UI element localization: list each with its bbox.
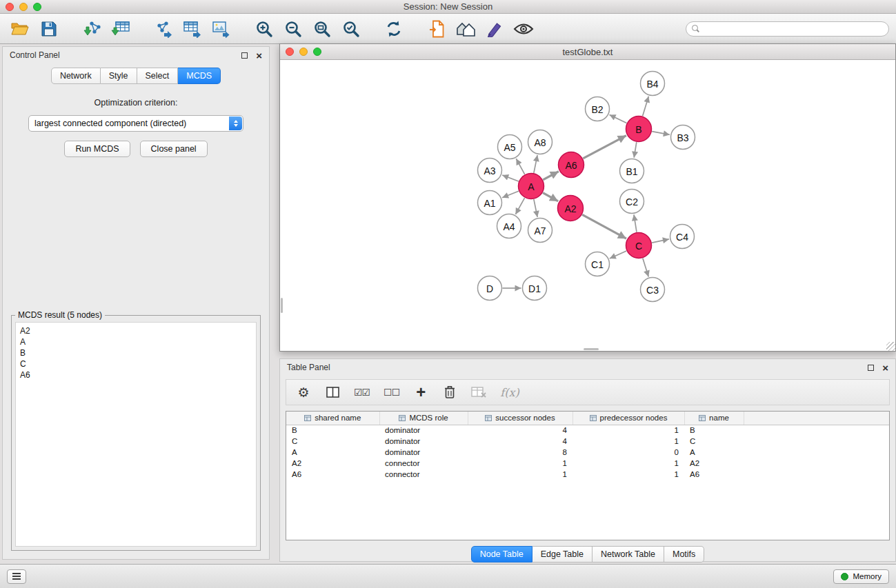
- network-window-titlebar[interactable]: testGlobe.txt: [280, 44, 895, 60]
- zoom-out-button[interactable]: [280, 17, 306, 41]
- float-panel-icon[interactable]: [241, 52, 248, 59]
- node-D1[interactable]: D1: [523, 276, 547, 301]
- node-C2[interactable]: C2: [620, 190, 644, 214]
- node-B1[interactable]: B1: [620, 159, 644, 183]
- select-all-columns-icon[interactable]: ☑☑: [354, 383, 370, 401]
- edge-B-B2[interactable]: [610, 114, 627, 123]
- home-view-button[interactable]: [452, 17, 479, 41]
- zoom-window-button[interactable]: [33, 3, 41, 11]
- column-header-predecessor-nodes[interactable]: predecessor nodes: [573, 412, 684, 425]
- close-panel-icon[interactable]: ×: [256, 50, 262, 61]
- import-table-button[interactable]: [108, 17, 134, 41]
- edge-A2-C[interactable]: [582, 214, 626, 239]
- edge-C-C1[interactable]: [610, 251, 626, 258]
- optimization-criterion-dropdown[interactable]: largest connected component (directed): [28, 115, 243, 132]
- close-panel-button[interactable]: Close panel: [140, 141, 208, 157]
- mcds-result-list[interactable]: A2 A B C A6: [15, 322, 257, 547]
- result-item[interactable]: B: [20, 347, 252, 358]
- network-canvas[interactable]: B4B2BB3A5A8A6A3B1AC2A1A2A4A7C4CC1C3DD1: [280, 60, 895, 351]
- save-session-button[interactable]: [36, 17, 62, 41]
- node-C4[interactable]: C4: [670, 225, 695, 249]
- close-window-button[interactable]: [6, 3, 14, 11]
- edge-C-C4[interactable]: [652, 239, 669, 243]
- node-C3[interactable]: C3: [641, 278, 665, 302]
- edge-A-A6[interactable]: [543, 172, 559, 180]
- network-vertical-scrollbar[interactable]: [281, 298, 283, 313]
- node-B[interactable]: B: [626, 116, 652, 142]
- node-B4[interactable]: B4: [641, 72, 665, 96]
- vizmapper-button[interactable]: [481, 17, 508, 41]
- edge-B-B3[interactable]: [652, 132, 670, 135]
- table-settings-gear-icon[interactable]: ⚙: [296, 383, 311, 401]
- zoom-network-window-button[interactable]: [313, 48, 321, 56]
- edge-A-A7[interactable]: [534, 199, 537, 217]
- search-field[interactable]: [686, 21, 889, 37]
- column-header-shared-name[interactable]: shared name: [286, 412, 379, 425]
- node-A7[interactable]: A7: [528, 219, 552, 243]
- window-resize-grip[interactable]: [886, 342, 895, 351]
- node-A5[interactable]: A5: [498, 135, 522, 159]
- close-network-window-button[interactable]: [286, 48, 294, 56]
- result-item[interactable]: A2: [20, 325, 252, 336]
- function-builder-icon[interactable]: f(x): [500, 383, 519, 401]
- column-header-mcds-role[interactable]: MCDS role: [379, 412, 468, 425]
- edge-A-A2[interactable]: [543, 193, 558, 201]
- edge-A-A5[interactable]: [516, 159, 524, 174]
- table-row[interactable]: Cdominator41C: [286, 436, 889, 447]
- node-C[interactable]: C: [626, 233, 652, 258]
- show-columns-icon[interactable]: [325, 383, 340, 401]
- edge-A-A4[interactable]: [515, 198, 524, 214]
- zoom-fit-button[interactable]: [309, 17, 335, 41]
- table-row[interactable]: A6connector11A6: [286, 469, 889, 480]
- float-table-panel-icon[interactable]: [868, 365, 874, 371]
- node-B3[interactable]: B3: [671, 125, 695, 150]
- minimize-network-window-button[interactable]: [299, 48, 308, 56]
- edge-A-A8[interactable]: [534, 155, 537, 173]
- export-network-button[interactable]: [150, 17, 177, 41]
- close-table-panel-icon[interactable]: ×: [882, 363, 888, 373]
- memory-button[interactable]: Memory: [833, 569, 889, 584]
- node-A1[interactable]: A1: [478, 191, 502, 215]
- task-history-button[interactable]: [7, 569, 26, 584]
- edge-A-A1[interactable]: [502, 191, 519, 198]
- network-graph[interactable]: B4B2BB3A5A8A6A3B1AC2A1A2A4A7C4CC1C3DD1: [280, 60, 895, 351]
- node-A[interactable]: A: [519, 174, 544, 199]
- column-header-successor-nodes[interactable]: successor nodes: [468, 412, 573, 425]
- edge-A6-B[interactable]: [583, 136, 626, 159]
- import-network-button[interactable]: [79, 17, 105, 41]
- edge-C-C3[interactable]: [643, 258, 648, 277]
- search-input[interactable]: [703, 24, 883, 34]
- level-of-detail-button[interactable]: [510, 17, 537, 41]
- deselect-all-columns-icon[interactable]: ☐☐: [384, 383, 399, 401]
- edge-B-B1[interactable]: [634, 142, 637, 158]
- tab-style[interactable]: Style: [101, 68, 137, 84]
- run-mcds-button[interactable]: Run MCDS: [64, 141, 130, 157]
- delete-table-icon[interactable]: [471, 383, 486, 401]
- create-column-icon[interactable]: +: [413, 383, 428, 401]
- table-row[interactable]: A2connector11A2: [286, 458, 889, 469]
- open-session-button[interactable]: [7, 17, 33, 41]
- minimize-window-button[interactable]: [19, 3, 28, 11]
- result-item[interactable]: A: [20, 336, 252, 347]
- node-B2[interactable]: B2: [586, 97, 610, 121]
- zoom-in-button[interactable]: [251, 17, 277, 41]
- result-item[interactable]: A6: [20, 369, 252, 381]
- node-C1[interactable]: C1: [586, 252, 610, 276]
- edge-C-C2[interactable]: [634, 214, 637, 232]
- tab-edge-table[interactable]: Edge Table: [532, 546, 593, 562]
- node-A6[interactable]: A6: [559, 152, 584, 178]
- tab-network-table[interactable]: Network Table: [593, 546, 664, 562]
- node-D[interactable]: D: [478, 276, 502, 301]
- table-row[interactable]: Adominator80A: [286, 447, 889, 458]
- export-table-button[interactable]: [179, 17, 206, 41]
- column-header-name[interactable]: name: [684, 412, 744, 425]
- tab-select[interactable]: Select: [137, 68, 179, 84]
- tab-network[interactable]: Network: [51, 68, 101, 84]
- node-A8[interactable]: A8: [528, 130, 552, 154]
- network-horizontal-scrollbar[interactable]: [584, 348, 599, 350]
- node-A2[interactable]: A2: [558, 196, 584, 221]
- node-A3[interactable]: A3: [478, 159, 502, 183]
- open-panel-button[interactable]: [424, 17, 450, 41]
- edge-A-A3[interactable]: [502, 175, 519, 181]
- delete-column-trash-icon[interactable]: [442, 383, 457, 401]
